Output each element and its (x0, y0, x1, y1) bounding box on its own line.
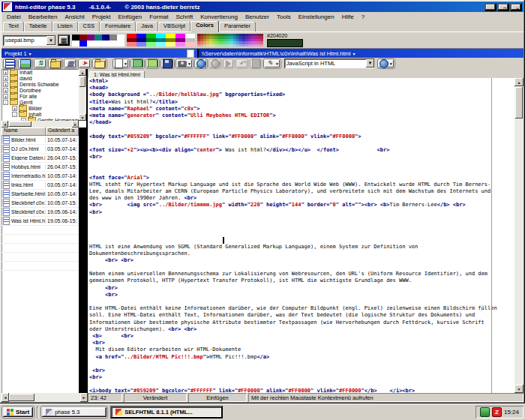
tab-formulare[interactable]: Formulare (100, 22, 136, 32)
bookmark-icon[interactable]: ➤ (78, 58, 92, 69)
scroll-up-icon[interactable]: ▲ (79, 69, 86, 76)
scroll-left-icon[interactable]: ◄ (2, 121, 8, 128)
menu-item[interactable]: Bearbeiten (25, 14, 62, 20)
palette-cell[interactable] (136, 42, 146, 46)
file-row[interactable]: Startseite.html10.05.07-14: (2, 190, 79, 199)
bright-color-palette[interactable] (127, 34, 195, 46)
file-row[interactable]: links.html03.05.07-14: (2, 181, 79, 190)
file-row[interactable]: Hobbys.html26.04.07-15: (2, 163, 79, 172)
collapse-icon[interactable]: - (12, 112, 17, 117)
tab-colors[interactable]: Colors (190, 21, 219, 32)
tree-item[interactable]: -Gerrit (2, 99, 79, 105)
expand-icon[interactable]: + (3, 94, 8, 99)
menu-item[interactable]: Benutzer (242, 14, 273, 20)
column-header-name[interactable]: Name (2, 128, 46, 136)
code-editor[interactable]: <html><head><body background ="../Bilder… (88, 78, 514, 393)
menu-item[interactable]: Schrift (172, 14, 196, 20)
editor-vertical-scrollbar[interactable]: ▲ ▼ (514, 78, 524, 393)
file-row[interactable]: Internetradio.html10.05.07-14: (2, 172, 79, 181)
palette-cell[interactable] (87, 34, 94, 40)
tab-vbscript[interactable]: VBScript (158, 22, 190, 32)
palette-cell[interactable] (80, 40, 87, 46)
close-button[interactable]: × (510, 3, 522, 11)
basic-color-palette[interactable] (72, 34, 124, 46)
left-panel-horizontal-scrollbar[interactable]: ◄ ► (2, 393, 88, 402)
taskbar-task[interactable]: SELFHTML 8.1.1 (HTML... (110, 406, 223, 418)
file-row[interactable]: Steckbrief c0x...10.05.07-15: (2, 199, 79, 208)
tree-item[interactable]: -Inhalt (2, 111, 79, 117)
scroll-thumb[interactable] (9, 394, 34, 401)
chevron-down-icon[interactable]: ▾ (353, 51, 356, 56)
menu-item[interactable]: Konvertierung (196, 14, 242, 20)
document-icon[interactable] (187, 50, 194, 58)
websafe-color-palette[interactable] (197, 34, 263, 46)
palette-cell[interactable] (156, 42, 166, 46)
menu-item[interactable]: ? (358, 14, 368, 20)
scroll-right-icon[interactable]: ► (72, 121, 79, 128)
palette-cell[interactable] (166, 42, 176, 46)
open-file-icon[interactable] (130, 58, 145, 69)
palette-file-combo[interactable]: usepal.bmp ▼ (3, 35, 56, 46)
palette-manager-icon[interactable]: ▦ (58, 34, 70, 46)
tree-item[interactable]: +Bilder (2, 105, 79, 111)
chevron-down-icon[interactable]: ▾ (29, 51, 32, 56)
refresh-icon[interactable]: ⇅ (34, 58, 47, 69)
file-row[interactable]: DJ c0x.html03.05.07-14: (2, 145, 79, 154)
tab-text[interactable]: Text (3, 22, 24, 32)
expand-icon[interactable]: + (12, 106, 17, 111)
scroll-thumb[interactable] (80, 76, 86, 87)
palette-cell[interactable] (127, 42, 136, 46)
tab-parameter[interactable]: Parameter (219, 22, 256, 32)
menu-item[interactable]: Einfügen (115, 14, 146, 20)
tab-css[interactable]: CSS (78, 22, 100, 32)
preview-browser2-icon[interactable] (208, 58, 222, 69)
start-button[interactable]: Start (2, 406, 34, 418)
menu-item[interactable]: Projekt (88, 14, 115, 20)
chevron-down-icon[interactable]: ▼ (124, 62, 128, 66)
script-type-combo[interactable]: JavaScript in HTML▼ (284, 58, 374, 68)
chevron-down-icon[interactable]: ▼ (46, 36, 56, 45)
palette-cell[interactable] (110, 40, 117, 46)
new-file-icon[interactable]: ▼ (112, 58, 130, 69)
palette-cell[interactable] (117, 34, 124, 40)
file-row[interactable]: Bilder.html10.05.07-14: (2, 136, 79, 145)
chevron-down-icon[interactable]: ▼ (389, 62, 393, 66)
palette-cell[interactable] (102, 40, 110, 46)
file-row[interactable]: Was ist Html.html19.05.06-15: (2, 217, 79, 226)
expand-icon[interactable]: + (3, 82, 8, 87)
scroll-thumb[interactable] (9, 122, 32, 127)
taskbar-task[interactable]: phase 5.3 (40, 406, 108, 418)
palette-cell[interactable] (72, 40, 80, 46)
scroll-down-icon[interactable]: ▼ (79, 114, 86, 121)
scroll-left-icon[interactable]: ◄ (2, 393, 9, 402)
undo-icon[interactable]: ↶ (236, 58, 249, 69)
palette-cell[interactable] (94, 34, 102, 40)
palette-cell[interactable] (94, 40, 102, 46)
scroll-thumb[interactable] (515, 87, 523, 118)
save-icon[interactable] (160, 58, 175, 69)
tree-horizontal-scrollbar[interactable]: ◄ ► (2, 121, 79, 128)
menu-item[interactable]: Tools (273, 14, 295, 20)
project-tree-icon[interactable] (3, 58, 17, 69)
folder-view-icon[interactable] (48, 58, 63, 69)
file-manager-icon[interactable]: ▦ (64, 58, 77, 69)
save-all-icon[interactable] (146, 58, 160, 69)
tree-vertical-scrollbar[interactable]: ▲ ▼ (79, 69, 86, 121)
folder-tree[interactable]: +Inhalt+david+Dennis Schwabe+Dorothee+Fü… (2, 69, 86, 128)
palette-cell[interactable] (80, 34, 87, 40)
title-bar[interactable]: html-editor phase 5.3-6.1.0.4-© 2003 han… (2, 2, 524, 12)
edit-mode-icon[interactable]: ✎▼ (263, 58, 281, 69)
palette-cell[interactable] (185, 42, 195, 46)
palette-cell[interactable] (72, 34, 80, 40)
project-selector[interactable]: Projekt 1 ▾ (2, 49, 197, 58)
palette-cell[interactable] (87, 40, 94, 46)
menu-item[interactable]: Hilfe (338, 14, 358, 20)
chevron-down-icon[interactable]: ▼ (188, 62, 191, 66)
palette-cell[interactable] (110, 34, 117, 40)
menu-item[interactable]: Format (146, 14, 172, 20)
file-row[interactable]: Steckbrief c0x.h...19.05.06-14: (2, 208, 79, 217)
file-row[interactable]: Eigene Daten.html26.04.07-15: (2, 154, 79, 163)
chevron-down-icon[interactable]: ▼ (366, 59, 374, 68)
zonealarm-tray-icon[interactable]: Z (492, 407, 502, 417)
tab-listen[interactable]: Listen (52, 22, 78, 32)
